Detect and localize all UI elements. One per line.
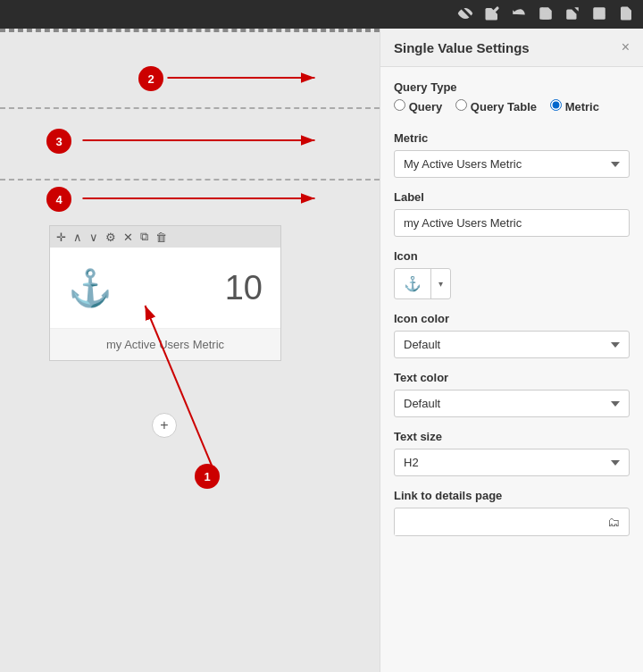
delete-icon[interactable]: ✕ (121, 230, 135, 245)
annotation-3: 3 (46, 129, 71, 154)
metric-select[interactable]: My Active Users Metric (394, 150, 630, 178)
save-icon[interactable] (538, 5, 554, 24)
text-color-label: Text color (394, 371, 630, 384)
row-top (0, 29, 380, 109)
text-size-label: Text size (394, 430, 630, 443)
move-icon[interactable]: ✛ (54, 230, 68, 245)
top-toolbar (0, 0, 643, 29)
eye-off-icon[interactable] (457, 5, 473, 24)
radio-metric-input[interactable] (550, 99, 562, 111)
copy-icon[interactable]: ⧉ (138, 229, 150, 245)
radio-query-table[interactable]: Query Table (455, 99, 537, 113)
edit-icon[interactable] (484, 5, 500, 24)
query-type-radio-group: Query Query Table Metric (394, 99, 630, 119)
link-details-label: Link to details page (394, 489, 630, 502)
canvas-area: 2 3 4 1 ✛ ∧ ∨ ⚙ ✕ ⧉ 🗑 ⚓ 10 my Active Use… (0, 29, 380, 672)
annotation-2: 2 (138, 66, 163, 91)
query-type-label: Query Type (394, 80, 630, 94)
widget-toolbar: ✛ ∧ ∨ ⚙ ✕ ⧉ 🗑 (50, 226, 280, 248)
icon-color-group: Icon color Default (394, 312, 630, 358)
query-type-group: Query Type Query Query Table Metric (394, 80, 630, 119)
main-layout: 2 3 4 1 ✛ ∧ ∨ ⚙ ✕ ⧉ 🗑 ⚓ 10 my Active Use… (0, 29, 643, 672)
radio-query-label: Query (409, 100, 443, 113)
radio-query[interactable]: Query (394, 99, 442, 113)
icon-color-label: Icon color (394, 312, 630, 325)
undo-icon[interactable] (511, 5, 527, 24)
widget-value: 10 (225, 269, 263, 307)
folder-icon[interactable]: 🗂 (598, 508, 629, 535)
down-icon[interactable]: ∨ (88, 230, 100, 245)
widget-anchor-icon: ⚓ (68, 267, 113, 309)
icon-selector[interactable]: ⚓ ▾ (394, 268, 451, 299)
settings-icon[interactable]: ⚙ (104, 230, 118, 245)
right-panel: Single Value Settings × Query Type Query… (380, 29, 643, 672)
panel-body: Query Type Query Query Table Metric (380, 67, 643, 550)
text-size-select[interactable]: H2 H1 H3 (394, 449, 630, 476)
image-icon[interactable] (591, 5, 607, 24)
radio-query-table-label: Query Table (471, 100, 537, 113)
annotation-4: 4 (46, 187, 71, 212)
widget-body: ⚓ 10 (50, 248, 280, 328)
add-widget-button[interactable]: + (152, 413, 177, 438)
link-details-group: Link to details page 🗂 (394, 489, 630, 536)
icon-color-select[interactable]: Default (394, 331, 630, 358)
document-icon[interactable] (618, 5, 634, 24)
radio-metric[interactable]: Metric (550, 99, 599, 113)
icon-selector-symbol: ⚓ (395, 269, 431, 298)
text-color-group: Text color Default (394, 371, 630, 417)
svg-point-2 (596, 10, 597, 12)
label-group: Label (394, 190, 630, 237)
panel-title: Single Value Settings (394, 40, 530, 55)
link-input-wrapper: 🗂 (394, 508, 630, 536)
widget-label: my Active Users Metric (50, 328, 280, 360)
icon-dropdown-arrow[interactable]: ▾ (431, 273, 450, 295)
metric-group: Metric My Active Users Metric (394, 131, 630, 178)
label-input[interactable] (394, 209, 630, 237)
panel-close-button[interactable]: × (622, 39, 630, 55)
panel-header: Single Value Settings × (380, 29, 643, 67)
text-size-group: Text size H2 H1 H3 (394, 430, 630, 476)
link-input[interactable] (395, 509, 598, 535)
up-icon[interactable]: ∧ (71, 230, 84, 245)
radio-query-input[interactable] (394, 99, 405, 111)
metric-label: Metric (394, 131, 630, 145)
icon-label: Icon (394, 249, 630, 263)
label-field-label: Label (394, 190, 630, 204)
radio-metric-label: Metric (565, 100, 599, 113)
trash-icon[interactable]: 🗑 (154, 230, 169, 245)
text-color-select[interactable]: Default (394, 390, 630, 417)
annotation-1: 1 (195, 464, 220, 489)
icon-group: Icon ⚓ ▾ (394, 249, 630, 299)
external-link-icon[interactable] (564, 5, 580, 24)
widget-card: ✛ ∧ ∨ ⚙ ✕ ⧉ 🗑 ⚓ 10 my Active Users Metri… (49, 225, 281, 361)
radio-query-table-input[interactable] (455, 99, 467, 111)
